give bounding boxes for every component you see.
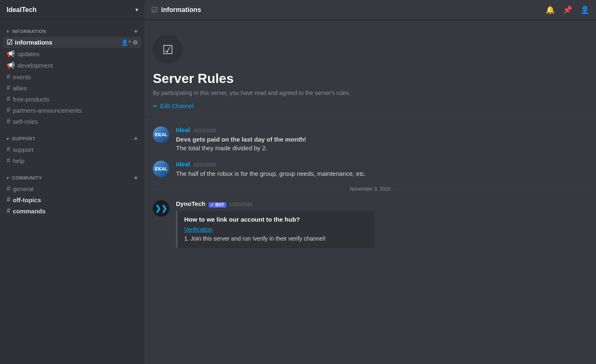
topbar-actions: 🔔 📌 👤 <box>546 5 589 14</box>
add-member-icon[interactable]: 👤⁺ <box>121 39 131 46</box>
channel-label-development: development <box>17 62 138 69</box>
message-text-2: The half of the robux is for the group, … <box>176 169 588 178</box>
message-author-bot[interactable]: DynoTech <box>176 200 205 207</box>
server-header[interactable]: IdealTech ▾ <box>0 0 145 20</box>
channel-description: By participating in this server, you hav… <box>153 90 588 96</box>
channel-header-section: ☑ Server Rules By participating in this … <box>145 28 596 120</box>
message-text-1: Devs gets paid on the last day of the mo… <box>176 135 588 152</box>
hash-icon-free-products: # <box>7 95 10 103</box>
message-content-1: Ideal 10/22/2020 Devs gets paid on the l… <box>176 126 588 152</box>
embed-step1: 1. Join this server and run !verify in t… <box>184 234 368 243</box>
channel-label-off-topics: off-topics <box>13 196 138 203</box>
notif-dot <box>568 6 571 9</box>
date-divider: November 3, 2020 <box>153 186 588 192</box>
category-header-information[interactable]: ▾ INFORMATION + <box>3 26 141 36</box>
category-information: ▾ INFORMATION + ☑ informations 👤⁺ ⚙ 📢 up… <box>0 26 145 127</box>
sidebar: IdealTech ▾ ▾ INFORMATION + ☑ informatio… <box>0 0 145 364</box>
category-header-community[interactable]: ▾ COMMUNITY + <box>3 173 141 183</box>
hash-icon-allies: # <box>7 84 10 92</box>
category-label-community: COMMUNITY <box>12 175 42 180</box>
category-community-chevron-icon: ▾ <box>7 176 9 180</box>
avatar-ideal-inner-1: IDEAL <box>153 126 169 143</box>
hash-icon-help: # <box>7 157 10 164</box>
bell-icon[interactable]: 🔔 <box>546 5 555 14</box>
channel-item-free-products[interactable]: # free-products <box>3 94 141 104</box>
bot-badge-label: BOT <box>215 203 224 207</box>
category-chevron-icon: ▾ <box>7 29 9 34</box>
category-support-add-button[interactable]: + <box>134 135 138 142</box>
channel-label-general: general <box>13 185 138 192</box>
message-timestamp-1: 10/22/2020 <box>193 128 216 133</box>
topbar-channel-name: informations <box>161 6 546 14</box>
channel-actions-informations: 👤⁺ ⚙ <box>121 39 138 46</box>
category-add-button[interactable]: + <box>134 28 138 35</box>
message-timestamp-2: 10/22/2020 <box>193 162 216 167</box>
avatar-dyno: ❯❯ <box>153 200 169 217</box>
pin-icon[interactable]: 📌 <box>563 5 572 14</box>
message-group-1: IDEAL Ideal 10/22/2020 Devs gets paid on… <box>153 126 588 152</box>
message-author-2[interactable]: Ideal <box>176 161 190 168</box>
category-label-support: SUPPORT <box>12 136 36 141</box>
edit-channel-button[interactable]: ✏ Edit Channel <box>153 103 193 109</box>
topbar: ☑ informations 🔔 📌 👤 <box>145 0 596 20</box>
channel-item-help[interactable]: # help <box>3 155 141 166</box>
message-group-2: IDEAL Ideal 10/22/2020 The half of the r… <box>153 161 588 178</box>
channel-item-informations[interactable]: ☑ informations 👤⁺ ⚙ <box>3 37 141 48</box>
channel-label-partners-announcements: partners-announcements <box>13 107 138 114</box>
message-header-1: Ideal 10/22/2020 <box>176 126 588 133</box>
message-header-bot: DynoTech ✓ BOT 11/03/2020 <box>176 200 588 208</box>
channel-title-large: Server Rules <box>153 71 588 86</box>
messages-container: IDEAL Ideal 10/22/2020 Devs gets paid on… <box>145 120 596 263</box>
channel-item-off-topics[interactable]: # off-topics <box>3 194 141 205</box>
message-author-1[interactable]: Ideal <box>176 126 190 133</box>
channel-item-allies[interactable]: # allies <box>3 83 141 93</box>
avatar-ideal-1: IDEAL <box>153 126 169 143</box>
hash-icon-partners: # <box>7 106 10 114</box>
hash-icon-events: # <box>7 73 10 80</box>
server-name: IdealTech <box>7 6 37 14</box>
message-header-2: Ideal 10/22/2020 <box>176 161 588 168</box>
channel-item-updates[interactable]: 📢 updates <box>3 48 141 59</box>
bot-badge-check-icon: ✓ <box>211 203 214 207</box>
channel-label-free-products: free-products <box>13 96 138 103</box>
hash-icon-self-roles: # <box>7 118 10 125</box>
channel-rules-icon: ☑ <box>162 43 173 57</box>
channel-label-self-roles: self-roles <box>13 118 138 125</box>
hash-icon-commands: # <box>7 207 10 215</box>
message-content-bot: DynoTech ✓ BOT 11/03/2020 How to we link… <box>176 200 588 248</box>
channel-item-partners-announcements[interactable]: # partners-announcements <box>3 105 141 116</box>
category-support-chevron-icon: ▾ <box>7 137 9 141</box>
channel-label-informations: informations <box>15 39 121 46</box>
channel-item-events[interactable]: # events <box>3 71 141 82</box>
message-content-2: Ideal 10/22/2020 The half of the robux i… <box>176 161 588 178</box>
channel-label-allies: allies <box>13 85 138 92</box>
message-group-bot: ❯❯ DynoTech ✓ BOT 11/03/2020 How to we l… <box>153 200 588 248</box>
channel-item-commands[interactable]: # commands <box>3 206 141 216</box>
message-bold-1: Devs gets paid on the last day of the mo… <box>176 136 306 143</box>
edit-channel-label: Edit Channel <box>160 103 193 109</box>
rules-icon: ☑ <box>7 38 12 46</box>
embed-link[interactable]: Verification <box>184 226 368 233</box>
embed-title: How to we link our account to the hub? <box>184 216 368 223</box>
members-icon[interactable]: 👤 <box>580 5 589 14</box>
chat-area: ☑ Server Rules By participating in this … <box>145 20 596 364</box>
announcement-icon: 📢 <box>7 50 15 58</box>
channel-item-self-roles[interactable]: # self-roles <box>3 116 141 127</box>
channel-icon-large: ☑ <box>153 35 183 64</box>
category-label-information: INFORMATION <box>12 29 46 34</box>
settings-icon[interactable]: ⚙ <box>133 39 138 46</box>
channel-label-updates: updates <box>17 50 138 57</box>
channel-item-support[interactable]: # support <box>3 144 141 155</box>
channel-label-events: events <box>13 73 138 80</box>
avatar-ideal-inner-2: IDEAL <box>153 161 169 177</box>
pencil-icon: ✏ <box>153 103 158 109</box>
message-body-1: The total they made divided by 2. <box>176 144 267 151</box>
channel-item-development[interactable]: 📢 development <box>3 60 141 71</box>
channel-item-general[interactable]: # general <box>3 183 141 194</box>
channel-label-help: help <box>13 157 138 164</box>
category-support: ▾ SUPPORT + # support # help <box>0 134 145 166</box>
category-header-support[interactable]: ▾ SUPPORT + <box>3 134 141 144</box>
category-community-add-button[interactable]: + <box>134 175 138 181</box>
bot-badge: ✓ BOT <box>209 202 226 208</box>
server-chevron-icon: ▾ <box>135 7 138 13</box>
